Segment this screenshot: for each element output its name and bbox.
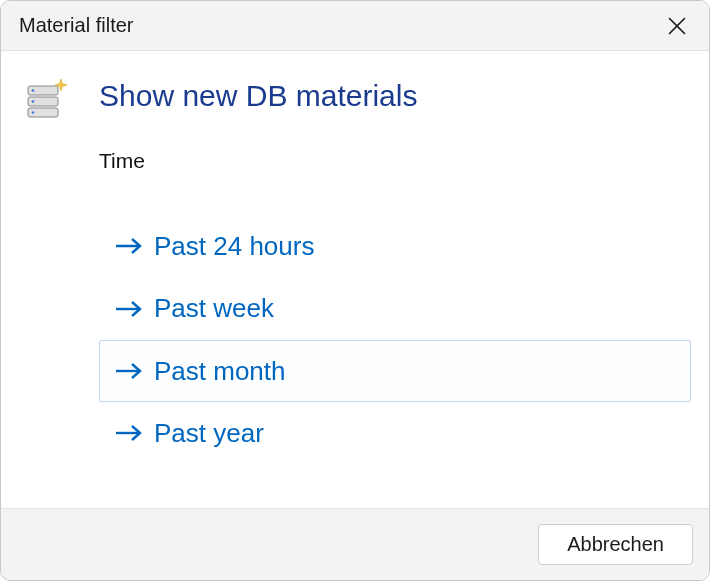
time-option-label: Past 24 hours [154, 228, 314, 264]
main-column: Show new DB materials Time Past 24 hours… [99, 77, 691, 508]
database-new-icon [25, 77, 69, 121]
dialog-title: Material filter [19, 14, 133, 37]
dialog-window: Material filter [0, 0, 710, 581]
time-option[interactable]: Past week [99, 277, 691, 339]
time-option[interactable]: Past year [99, 402, 691, 464]
dialog-footer: Abbrechen [1, 508, 709, 580]
arrow-right-icon [114, 361, 144, 381]
time-option[interactable]: Past 24 hours [99, 215, 691, 277]
svg-point-7 [32, 111, 35, 114]
arrow-right-icon [114, 236, 144, 256]
time-option-label: Past week [154, 290, 274, 326]
close-button[interactable] [663, 12, 691, 40]
arrow-right-icon [114, 299, 144, 319]
dialog-content: Show new DB materials Time Past 24 hours… [1, 51, 709, 508]
section-label-time: Time [99, 149, 691, 173]
cancel-button[interactable]: Abbrechen [538, 524, 693, 565]
svg-point-5 [32, 89, 35, 92]
icon-column [23, 77, 71, 508]
svg-point-6 [32, 100, 35, 103]
dialog-heading: Show new DB materials [99, 79, 691, 113]
time-option-label: Past month [154, 353, 286, 389]
time-options: Past 24 hoursPast weekPast monthPast yea… [99, 215, 691, 465]
time-option-label: Past year [154, 415, 264, 451]
close-icon [668, 17, 686, 35]
titlebar: Material filter [1, 1, 709, 51]
arrow-right-icon [114, 423, 144, 443]
time-option[interactable]: Past month [99, 340, 691, 402]
